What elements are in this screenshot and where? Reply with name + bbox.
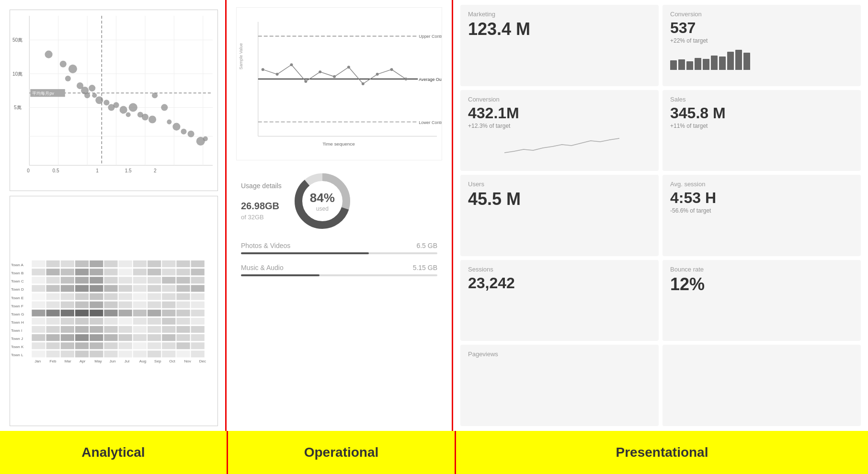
svg-rect-213 <box>119 350 132 357</box>
control-chart: Sample Value Upper Control Limit Average… <box>236 7 442 160</box>
svg-point-229 <box>276 73 279 76</box>
svg-point-25 <box>60 61 67 68</box>
svg-rect-190 <box>133 334 147 341</box>
empty-card <box>662 345 861 426</box>
svg-rect-200 <box>104 342 117 349</box>
svg-rect-142 <box>133 301 147 308</box>
svg-rect-84 <box>162 260 175 267</box>
conversion-bar-chart <box>670 46 853 70</box>
svg-rect-86 <box>191 260 205 267</box>
svg-point-41 <box>142 113 148 120</box>
svg-text:Dec: Dec <box>199 359 206 363</box>
svg-point-230 <box>290 63 293 66</box>
svg-rect-136 <box>46 301 60 308</box>
svg-rect-97 <box>176 269 190 275</box>
svg-rect-185 <box>61 334 74 341</box>
svg-rect-77 <box>61 260 74 267</box>
svg-point-36 <box>113 102 119 108</box>
svg-rect-215 <box>148 350 161 357</box>
bar-8 <box>727 52 734 70</box>
operational-panel: Sample Value Upper Control Limit Average… <box>227 0 452 431</box>
svg-text:Feb: Feb <box>50 359 57 363</box>
bar-9 <box>735 50 742 70</box>
svg-rect-168 <box>162 317 175 324</box>
svg-rect-193 <box>176 334 190 341</box>
bar-7 <box>719 56 726 70</box>
svg-text:0: 0 <box>27 168 30 173</box>
svg-text:50萬: 50萬 <box>12 37 23 43</box>
svg-rect-119 <box>148 285 161 292</box>
bar-5 <box>703 59 709 70</box>
svg-rect-148 <box>46 309 60 316</box>
avg-session-card: Avg. session 4:53 H -56.6% of target <box>662 175 861 256</box>
photos-label: Photos & Videos <box>241 242 290 249</box>
svg-text:2: 2 <box>154 168 157 173</box>
svg-rect-199 <box>90 342 103 349</box>
svg-rect-98 <box>191 269 205 275</box>
svg-rect-162 <box>75 317 89 324</box>
usage-gb-value: 26.98 <box>241 201 265 211</box>
svg-text:0.5: 0.5 <box>53 168 59 173</box>
svg-rect-103 <box>90 277 103 283</box>
svg-rect-159 <box>32 317 45 324</box>
svg-text:Town I: Town I <box>11 328 22 333</box>
svg-point-235 <box>362 82 365 85</box>
svg-rect-131 <box>148 293 161 300</box>
bar-1 <box>670 60 677 70</box>
svg-point-34 <box>103 100 109 105</box>
sales-label: Sales <box>670 96 853 103</box>
pageviews-label: Pageviews <box>468 350 651 358</box>
svg-rect-167 <box>148 317 161 324</box>
svg-text:Average Output: Average Output <box>419 77 442 82</box>
svg-rect-132 <box>162 293 175 300</box>
presentational-label: Presentational <box>456 431 868 474</box>
svg-rect-174 <box>75 326 89 333</box>
svg-rect-186 <box>75 334 89 341</box>
bounce-rate-label: Bounce rate <box>670 266 853 273</box>
svg-rect-188 <box>104 334 117 341</box>
svg-rect-90 <box>75 269 89 275</box>
svg-rect-104 <box>104 277 117 283</box>
usage-total: of 32GB <box>241 214 282 221</box>
bottom-labels: Analytical Operational Presentational <box>0 431 868 474</box>
svg-rect-206 <box>191 342 205 349</box>
svg-text:5萬: 5萬 <box>14 105 22 110</box>
svg-rect-85 <box>176 260 190 267</box>
svg-rect-146 <box>191 301 205 308</box>
svg-point-232 <box>319 70 321 73</box>
users-card: Users 45.5 M <box>460 175 659 256</box>
svg-text:Lower Control Limit: Lower Control Limit <box>419 120 442 125</box>
bar-6 <box>711 56 718 70</box>
music-label: Music & Audio <box>241 264 284 271</box>
svg-rect-105 <box>119 277 132 283</box>
svg-rect-120 <box>162 285 175 292</box>
svg-rect-201 <box>119 342 132 349</box>
svg-rect-81 <box>119 260 132 267</box>
conversion-left-card: Conversion 432.1M +12.3% of target <box>460 90 659 171</box>
photos-bar-bg <box>241 252 437 254</box>
svg-rect-153 <box>119 309 132 316</box>
svg-rect-176 <box>104 326 117 333</box>
svg-text:Time sequence: Time sequence <box>322 141 355 147</box>
music-bar-fill <box>241 274 320 276</box>
svg-rect-130 <box>133 293 147 300</box>
svg-rect-152 <box>104 309 117 316</box>
svg-rect-87 <box>32 269 45 275</box>
svg-rect-112 <box>46 285 60 292</box>
svg-rect-161 <box>61 317 74 324</box>
svg-text:Mar: Mar <box>65 359 71 363</box>
marketing-label: Marketing <box>468 11 651 18</box>
svg-rect-102 <box>75 277 89 283</box>
svg-rect-158 <box>191 309 205 316</box>
svg-point-234 <box>347 66 350 68</box>
svg-text:Town L: Town L <box>11 353 23 357</box>
svg-rect-196 <box>46 342 60 349</box>
svg-point-42 <box>148 116 156 124</box>
donut-used: used <box>310 205 335 212</box>
svg-text:Sample Value: Sample Value <box>239 43 243 69</box>
svg-rect-133 <box>176 293 190 300</box>
svg-rect-137 <box>61 301 74 308</box>
bar-10 <box>743 53 750 70</box>
storage-item-music: Music & Audio 5.15 GB <box>241 264 437 276</box>
svg-rect-110 <box>191 277 205 283</box>
